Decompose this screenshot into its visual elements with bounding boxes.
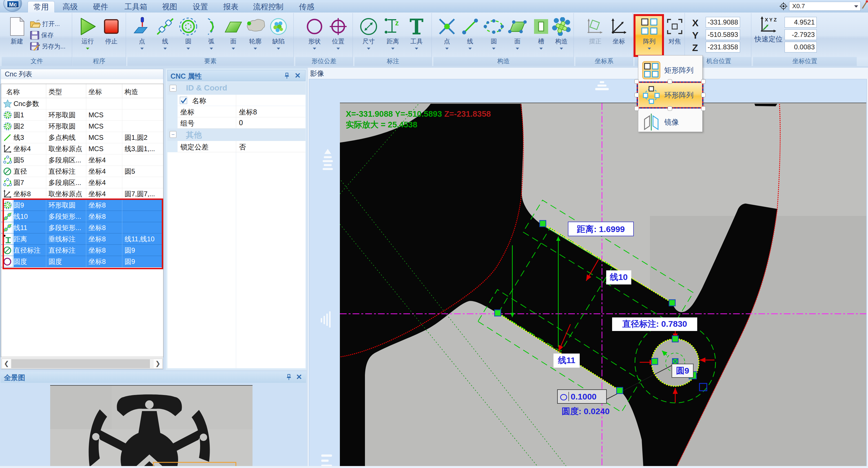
svg-text:z: z <box>395 19 399 27</box>
svg-text:X Y Z: X Y Z <box>765 17 777 23</box>
svg-text:实际放大 = 25.4538: 实际放大 = 25.4538 <box>346 120 417 129</box>
svg-text:X=-331.9088 Y=-510.5893 Z=-231: X=-331.9088 Y=-510.5893 Z=-231.8358 <box>346 109 491 118</box>
